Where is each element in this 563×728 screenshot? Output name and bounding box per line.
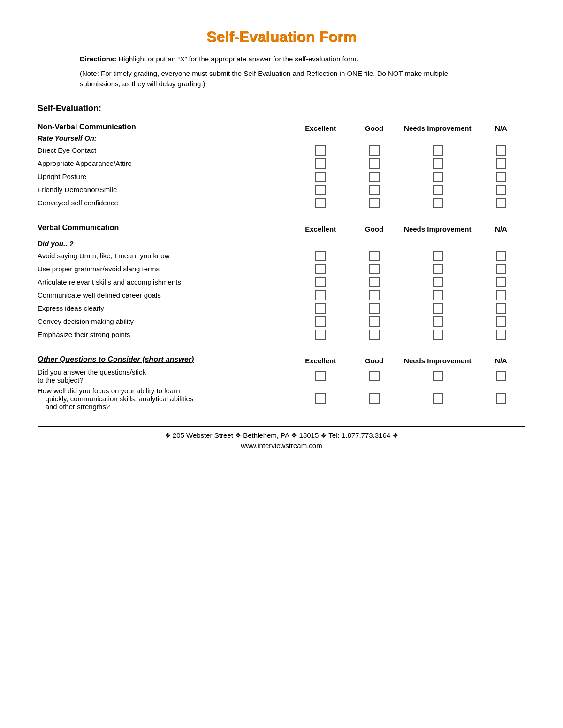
item-label: Articulate relevant skills and accomplis…: [38, 276, 291, 289]
table-row: Articulate relevant skills and accomplis…: [38, 276, 525, 289]
checkbox[interactable]: [369, 158, 380, 169]
item-label: Direct Eye Contact: [38, 144, 291, 157]
checkbox[interactable]: [496, 393, 506, 404]
checkbox[interactable]: [496, 145, 506, 156]
checkbox[interactable]: [315, 303, 326, 314]
note-bold2: NOT: [388, 69, 403, 77]
other-table: Other Questions to Consider (short answe…: [38, 355, 525, 412]
checkbox[interactable]: [496, 158, 506, 169]
other-section-label: Other Questions to Consider (short answe…: [38, 355, 291, 367]
col-header-excellent-3: Excellent: [291, 355, 350, 367]
checkbox[interactable]: [433, 277, 443, 287]
col-header-needs-3: Needs Improvement: [399, 355, 477, 367]
checkbox[interactable]: [433, 316, 443, 327]
checkbox[interactable]: [369, 172, 380, 182]
verbal-section: Verbal Communication Excellent Good Need…: [38, 224, 525, 341]
checkbox[interactable]: [369, 290, 380, 300]
page-title: Self-Evaluation Form: [38, 28, 525, 45]
note-bold: ONE file: [347, 69, 373, 77]
checkbox-cell-needs[interactable]: [399, 144, 477, 157]
checkbox-cell-excellent[interactable]: [291, 144, 350, 157]
checkbox[interactable]: [315, 330, 326, 340]
checkbox[interactable]: [433, 185, 443, 195]
checkbox[interactable]: [433, 264, 443, 274]
checkbox[interactable]: [496, 198, 506, 208]
checkbox[interactable]: [315, 185, 326, 195]
checkbox[interactable]: [433, 303, 443, 314]
checkbox[interactable]: [315, 264, 326, 274]
self-eval-heading: Self-Evaluation:: [38, 104, 525, 113]
footer-divider: [38, 426, 525, 427]
checkbox[interactable]: [496, 371, 506, 381]
non-verbal-table: Non-Verbal Communication Excellent Good …: [38, 123, 525, 210]
checkbox[interactable]: [433, 371, 443, 381]
item-label: Conveyed self confidence: [38, 196, 291, 210]
col-header-na: N/A: [477, 123, 525, 134]
checkbox[interactable]: [369, 251, 380, 261]
col-header-na-2: N/A: [477, 224, 525, 235]
checkbox[interactable]: [315, 251, 326, 261]
verbal-header-row: Verbal Communication Excellent Good Need…: [38, 224, 525, 235]
checkbox[interactable]: [433, 290, 443, 300]
col-header-needs-2: Needs Improvement: [399, 224, 477, 235]
checkbox[interactable]: [496, 264, 506, 274]
checkbox-cell-na[interactable]: [477, 144, 525, 157]
checkbox[interactable]: [496, 316, 506, 327]
table-row: Avoid saying Umm, like, I mean, you know: [38, 249, 525, 263]
checkbox[interactable]: [433, 145, 443, 156]
checkbox[interactable]: [315, 145, 326, 156]
checkbox[interactable]: [433, 158, 443, 169]
checkbox[interactable]: [496, 251, 506, 261]
table-row: Direct Eye Contact: [38, 144, 525, 157]
col-header-excellent-2: Excellent: [291, 224, 350, 235]
checkbox[interactable]: [369, 330, 380, 340]
verbal-subheader: Did you...?: [38, 240, 291, 249]
item-label: Communicate well defined career goals: [38, 289, 291, 302]
checkbox[interactable]: [369, 185, 380, 195]
checkbox-cell-good[interactable]: [350, 144, 399, 157]
checkbox[interactable]: [496, 303, 506, 314]
checkbox[interactable]: [433, 251, 443, 261]
non-verbal-section: Non-Verbal Communication Excellent Good …: [38, 123, 525, 210]
checkbox[interactable]: [433, 330, 443, 340]
item-label: Upright Posture: [38, 170, 291, 183]
checkbox[interactable]: [433, 172, 443, 182]
table-row: Friendly Demeanor/Smile: [38, 183, 525, 196]
checkbox[interactable]: [496, 290, 506, 300]
checkbox[interactable]: [315, 277, 326, 287]
checkbox[interactable]: [496, 172, 506, 182]
checkbox[interactable]: [315, 316, 326, 327]
checkbox[interactable]: [315, 172, 326, 182]
item-label: Use proper grammar/avoid slang terms: [38, 263, 291, 276]
checkbox[interactable]: [496, 185, 506, 195]
col-header-good-3: Good: [350, 355, 399, 367]
checkbox[interactable]: [369, 371, 380, 381]
checkbox[interactable]: [433, 393, 443, 404]
checkbox[interactable]: [369, 264, 380, 274]
checkbox[interactable]: [369, 393, 380, 404]
item-label: Avoid saying Umm, like, I mean, you know: [38, 249, 291, 263]
item-label: Express ideas clearly: [38, 302, 291, 315]
verbal-table: Verbal Communication Excellent Good Need…: [38, 224, 525, 341]
table-row: Appropriate Appearance/Attire: [38, 157, 525, 170]
checkbox[interactable]: [369, 198, 380, 208]
note-label: Note: [82, 69, 97, 77]
checkbox[interactable]: [433, 198, 443, 208]
non-verbal-subheader-row: Rate Yourself On:: [38, 134, 525, 144]
checkbox[interactable]: [315, 198, 326, 208]
checkbox[interactable]: [315, 158, 326, 169]
table-row: Use proper grammar/avoid slang terms: [38, 263, 525, 276]
checkbox[interactable]: [369, 303, 380, 314]
note-block: (Note: For timely grading, everyone must…: [80, 68, 483, 90]
checkbox[interactable]: [496, 330, 506, 340]
table-row: Upright Posture: [38, 170, 525, 183]
checkbox[interactable]: [369, 145, 380, 156]
checkbox[interactable]: [315, 290, 326, 300]
footer-address: ❖ 205 Webster Street ❖ Bethlehem, PA ❖ 1…: [38, 431, 525, 440]
checkbox[interactable]: [369, 316, 380, 327]
checkbox[interactable]: [315, 393, 326, 404]
table-row: How well did you focus on your ability t…: [38, 385, 525, 412]
checkbox[interactable]: [496, 277, 506, 287]
checkbox[interactable]: [369, 277, 380, 287]
checkbox[interactable]: [315, 371, 326, 381]
